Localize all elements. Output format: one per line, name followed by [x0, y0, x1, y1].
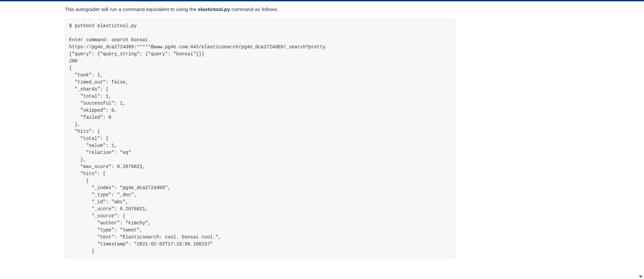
intro-text-suffix: command as follows:	[230, 6, 278, 12]
code-output-block: $ python3 elastictool.py Enter command: …	[65, 19, 455, 259]
intro-bold-filename: elastictool.py	[198, 6, 230, 12]
intro-paragraph: This autograder will run a command equiv…	[65, 5, 455, 13]
scroll-down-arrow-icon[interactable]	[639, 276, 643, 278]
intro-text-prefix: This autograder will run a command equiv…	[65, 6, 198, 12]
page-container: This autograder will run a command equiv…	[0, 1, 644, 259]
content-area: This autograder will run a command equiv…	[65, 5, 455, 259]
